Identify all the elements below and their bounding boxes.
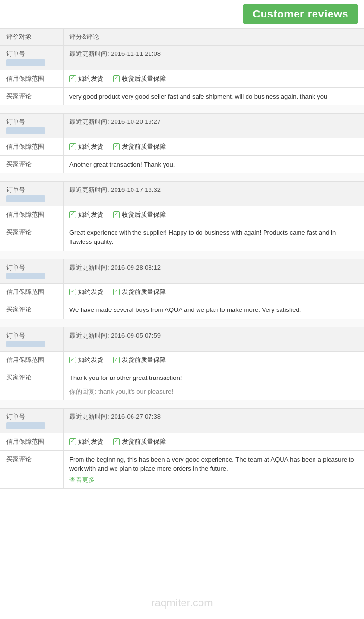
buyer-comment-2: Great experience with the supplier! Happ… <box>69 228 358 247</box>
comment-value-2: Great experience with the supplier! Happ… <box>64 224 364 251</box>
spacer-row-1 <box>0 173 364 182</box>
order-id-blur-4 <box>6 341 45 347</box>
checkbox-icon <box>113 357 120 363</box>
spacer-row-4 <box>0 400 364 409</box>
protection-item: 如约发货 <box>69 437 103 446</box>
comment-value-3: We have made several buys from AQUA and … <box>64 301 364 319</box>
checkbox-icon <box>69 211 76 218</box>
protection-row-3: 信用保障范围 如约发货发货前质量保障 <box>0 284 364 301</box>
checkbox-icon <box>69 143 76 150</box>
seller-reply-4: 你的回复: thank you,it's our pleasure! <box>69 387 358 396</box>
order-id-blur-2 <box>6 195 45 202</box>
checkbox-icon <box>69 438 76 445</box>
protection-value-3: 如约发货发货前质量保障 <box>64 284 364 301</box>
read-more-link-5[interactable]: 查看更多 <box>69 476 358 484</box>
spacer-cell-1 <box>0 173 364 182</box>
protection-row-0: 信用保障范围 如约发货收货后质量保障 <box>0 70 364 87</box>
protection-label-4: 信用保障范围 <box>0 352 64 369</box>
col1-header: 评价对象 <box>0 29 64 46</box>
protection-value-5: 如约发货发货前质量保障 <box>64 433 364 450</box>
buyer-label-2: 买家评论 <box>0 224 64 251</box>
protection-label-2: 信用保障范围 <box>0 206 64 224</box>
order-label-0: 订单号 <box>0 46 64 70</box>
protection-label-1: 信用保障范围 <box>0 138 64 155</box>
comment-row-2: 买家评论 Great experience with the supplier!… <box>0 224 364 251</box>
order-timestamp-1: 最近更新时间: 2016-10-20 19:27 <box>64 114 364 138</box>
buyer-comment-1: Another great transaction! Thank you. <box>69 160 358 170</box>
order-label-2: 订单号 <box>0 182 64 206</box>
checkbox-icon <box>113 75 120 82</box>
protection-value-1: 如约发货发货前质量保障 <box>64 138 364 155</box>
buyer-label-1: 买家评论 <box>0 155 64 173</box>
comment-row-3: 买家评论 We have made several buys from AQUA… <box>0 301 364 319</box>
order-timestamp-4: 最近更新时间: 2016-09-05 07:59 <box>64 327 364 352</box>
protection-item: 收货后质量保障 <box>113 210 166 219</box>
order-row-5: 订单号 最近更新时间: 2016-06-27 07:38 <box>0 409 364 433</box>
order-timestamp-3: 最近更新时间: 2016-09-28 08:12 <box>64 259 364 284</box>
order-row-2: 订单号 最近更新时间: 2016-10-17 16:32 <box>0 182 364 206</box>
spacer-cell-2 <box>0 251 364 259</box>
protection-value-4: 如约发货发货前质量保障 <box>64 352 364 369</box>
order-label-5: 订单号 <box>0 409 64 433</box>
reviews-table: 评价对象 评分&评论 订单号 最近更新时间: 2016-11-11 21:08 … <box>0 28 364 489</box>
order-id-blur-5 <box>6 422 45 429</box>
buyer-comment-3: We have made several buys from AQUA and … <box>69 305 358 315</box>
order-label-1: 订单号 <box>0 114 64 138</box>
buyer-label-4: 买家评论 <box>0 369 64 400</box>
order-row-1: 订单号 最近更新时间: 2016-10-20 19:27 <box>0 114 364 138</box>
order-id-blur-1 <box>6 127 45 134</box>
protection-item: 如约发货 <box>69 210 103 219</box>
comment-row-1: 买家评论 Another great transaction! Thank yo… <box>0 155 364 173</box>
order-timestamp-5: 最近更新时间: 2016-06-27 07:38 <box>64 409 364 433</box>
protection-value-2: 如约发货收货后质量保障 <box>64 206 364 224</box>
protection-row-5: 信用保障范围 如约发货发货前质量保障 <box>0 433 364 450</box>
comment-value-1: Another great transaction! Thank you. <box>64 155 364 173</box>
protection-label-0: 信用保障范围 <box>0 70 64 87</box>
protection-value-0: 如约发货收货后质量保障 <box>64 70 364 87</box>
checkbox-icon <box>69 357 76 363</box>
checkbox-icon <box>113 143 120 150</box>
protection-row-4: 信用保障范围 如约发货发货前质量保障 <box>0 352 364 369</box>
checkbox-icon <box>113 211 120 218</box>
protection-item: 如约发货 <box>69 288 103 296</box>
order-id-blur-3 <box>6 273 45 279</box>
protection-item: 如约发货 <box>69 74 103 83</box>
spacer-cell-0 <box>0 105 364 114</box>
comment-value-5: From the beginning, this has been a very… <box>64 450 364 488</box>
table-header-row: 评价对象 评分&评论 <box>0 29 364 46</box>
order-label-3: 订单号 <box>0 259 64 284</box>
buyer-comment-4: Thank you for another great transaction! <box>69 373 358 383</box>
protection-label-5: 信用保障范围 <box>0 433 64 450</box>
comment-value-4: Thank you for another great transaction!… <box>64 369 364 400</box>
protection-item: 如约发货 <box>69 142 103 151</box>
spacer-row-3 <box>0 319 364 327</box>
spacer-row-2 <box>0 251 364 259</box>
buyer-comment-0: very good product very good seller fast … <box>69 92 358 102</box>
checkbox-icon <box>113 289 120 295</box>
page-title: Customer reviews <box>243 4 358 24</box>
order-id-blur-0 <box>6 59 45 66</box>
buyer-comment-5: From the beginning, this has been a very… <box>69 455 358 474</box>
order-row-0: 订单号 最近更新时间: 2016-11-11 21:08 <box>0 46 364 70</box>
comment-row-4: 买家评论 Thank you for another great transac… <box>0 369 364 400</box>
comment-row-5: 买家评论 From the beginning, this has been a… <box>0 450 364 488</box>
protection-row-2: 信用保障范围 如约发货收货后质量保障 <box>0 206 364 224</box>
order-row-4: 订单号 最近更新时间: 2016-09-05 07:59 <box>0 327 364 352</box>
order-timestamp-2: 最近更新时间: 2016-10-17 16:32 <box>64 182 364 206</box>
checkbox-icon <box>113 438 120 445</box>
spacer-row-0 <box>0 105 364 114</box>
buyer-label-0: 买家评论 <box>0 87 64 105</box>
protection-item: 发货前质量保障 <box>113 356 166 364</box>
protection-row-1: 信用保障范围 如约发货发货前质量保障 <box>0 138 364 155</box>
spacer-cell-4 <box>0 400 364 409</box>
header-banner: Customer reviews <box>0 0 364 28</box>
protection-item: 发货前质量保障 <box>113 288 166 296</box>
checkbox-icon <box>69 75 76 82</box>
protection-item: 如约发货 <box>69 356 103 364</box>
order-row-3: 订单号 最近更新时间: 2016-09-28 08:12 <box>0 259 364 284</box>
protection-item: 发货前质量保障 <box>113 437 166 446</box>
spacer-cell-3 <box>0 319 364 327</box>
buyer-label-3: 买家评论 <box>0 301 64 319</box>
checkbox-icon <box>69 289 76 295</box>
comment-row-0: 买家评论 very good product very good seller … <box>0 87 364 105</box>
